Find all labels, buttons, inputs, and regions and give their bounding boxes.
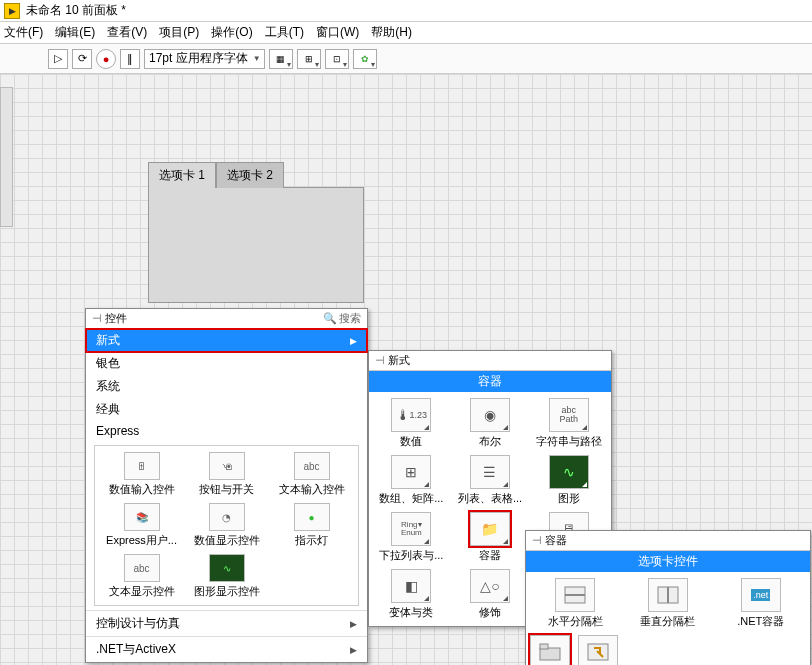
distribute-button[interactable]: ⊞ [297,49,321,69]
svg-rect-5 [540,644,548,649]
cell-led[interactable]: ●指示灯 [271,503,352,548]
reorder-button[interactable]: ✿ [353,49,377,69]
pause-button[interactable]: ‖ [120,49,140,69]
menu-help[interactable]: 帮助(H) [371,24,412,41]
palette-item-express[interactable]: Express [86,421,367,441]
cell-decoration[interactable]: △○修饰 [452,567,529,622]
resize-button[interactable]: ⊡ [325,49,349,69]
palette-item-system[interactable]: 系统 [86,375,367,398]
cell-string-path[interactable]: abcPath字符串与路径 [530,396,607,451]
cell-variant[interactable]: ◧变体与类 [373,567,450,622]
cell-express-user[interactable]: 📚Express用户... [101,503,182,548]
cell-text-input[interactable]: abc文本输入控件 [271,452,352,497]
title-bar: ▶ 未命名 10 前面板 * [0,0,812,22]
palette-header: ⊣控件 🔍搜索 [86,309,367,329]
cell-numeric-input[interactable]: 🎚数值输入控件 [101,452,182,497]
cell-subpanel[interactable] [578,635,618,665]
search-label: 搜索 [339,311,361,326]
font-selector[interactable]: 17pt 应用程序字体 [144,49,265,69]
abort-button[interactable]: ● [96,49,116,69]
menu-window[interactable]: 窗口(W) [316,24,359,41]
pin-icon[interactable]: ⊣ [92,312,102,325]
palette-item-modern[interactable]: 新式 [86,329,367,352]
container-grid: 水平分隔栏 垂直分隔栏 .net.NET容器 [526,572,810,635]
tab-1[interactable]: 选项卡 1 [148,162,216,188]
tab-control[interactable]: 选项卡 1 选项卡 2 [148,162,364,303]
palette-item-control-sim[interactable]: 控制设计与仿真 [86,610,367,636]
run-cont-button[interactable]: ⟳ [72,49,92,69]
menu-bar: 文件(F) 编辑(E) 查看(V) 项目(P) 操作(O) 工具(T) 窗口(W… [0,22,812,44]
menu-file[interactable]: 文件(F) [4,24,43,41]
pin-icon[interactable]: ⊣ [375,354,385,367]
app-icon: ▶ [4,3,20,19]
container-title: 容器 [545,533,567,548]
cell-dropdown[interactable]: Ring▾Enum下拉列表与... [373,510,450,565]
container-palette: ⊣容器 选项卡控件 水平分隔栏 垂直分隔栏 .net.NET容器 [525,530,811,665]
window-title: 未命名 10 前面板 * [26,2,126,19]
cell-numeric-display[interactable]: ◔数值显示控件 [186,503,267,548]
modern-header: ⊣新式 [369,351,611,371]
tab-2[interactable]: 选项卡 2 [216,162,284,188]
menu-view[interactable]: 查看(V) [107,24,147,41]
align-button[interactable]: ▦ [269,49,293,69]
cell-array-matrix[interactable]: ⊞数组、矩阵... [373,453,450,508]
menu-edit[interactable]: 编辑(E) [55,24,95,41]
palette-item-dotnet[interactable]: .NET与ActiveX [86,636,367,662]
modern-title: 新式 [388,353,410,368]
container-category-title: 选项卡控件 [526,551,810,572]
run-button[interactable]: ▷ [48,49,68,69]
cell-boolean[interactable]: ◉布尔 [452,396,529,451]
cell-tab-control[interactable] [530,635,570,665]
cell-text-display[interactable]: abc文本显示控件 [101,554,182,599]
cell-graph[interactable]: ∿图形 [530,453,607,508]
cell-graph-display[interactable]: ∿图形显示控件 [186,554,267,599]
cell-list-table[interactable]: ☰列表、表格... [452,453,529,508]
pin-icon[interactable]: ⊣ [532,534,542,547]
container-row2 [526,635,810,665]
menu-project[interactable]: 项目(P) [159,24,199,41]
cell-net-container[interactable]: .net.NET容器 [715,576,806,631]
search-button[interactable]: 🔍搜索 [323,311,361,326]
tab-body[interactable] [148,187,364,303]
palette-item-silver[interactable]: 银色 [86,352,367,375]
cell-vsplit[interactable]: 垂直分隔栏 [623,576,714,631]
svg-rect-4 [540,648,560,660]
controls-palette: ⊣控件 🔍搜索 新式 银色 系统 经典 Express 🎚数值输入控件 🖲按钮与… [85,308,368,663]
cell-numeric[interactable]: 🌡1.23数值 [373,396,450,451]
left-pane-stub [0,87,13,227]
container-header: ⊣容器 [526,531,810,551]
font-label: 17pt 应用程序字体 [149,50,248,67]
toolbar: ▷ ⟳ ● ‖ 17pt 应用程序字体 ▦ ⊞ ⊡ ✿ [0,44,812,74]
cell-buttons[interactable]: 🖲按钮与开关 [186,452,267,497]
menu-tool[interactable]: 工具(T) [265,24,304,41]
cell-hsplit[interactable]: 水平分隔栏 [530,576,621,631]
express-grid: 🎚数值输入控件 🖲按钮与开关 abc文本输入控件 📚Express用户... ◔… [94,445,359,606]
palette-title: 控件 [105,311,127,326]
palette-item-classic[interactable]: 经典 [86,398,367,421]
menu-operate[interactable]: 操作(O) [211,24,252,41]
modern-category-title: 容器 [369,371,611,392]
cell-container[interactable]: 📁容器 [452,510,529,565]
